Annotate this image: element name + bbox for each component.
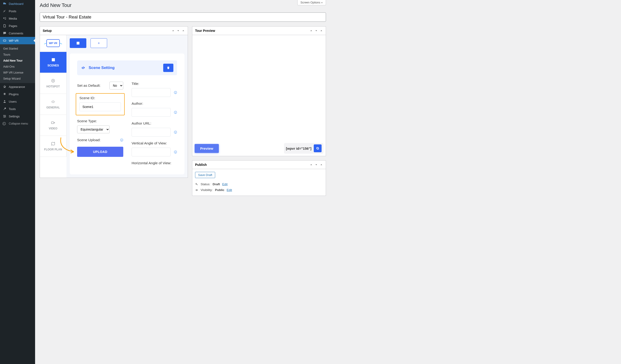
sidebar-label: Dashboard — [9, 2, 24, 5]
submenu-tours[interactable]: Tours — [0, 52, 35, 58]
pin-icon — [2, 9, 7, 13]
sidebar-item-users[interactable]: Users — [0, 98, 35, 105]
map-icon — [51, 141, 55, 146]
svg-point-6 — [3, 115, 4, 116]
image-icon — [76, 41, 80, 45]
gear-icon — [51, 99, 55, 104]
tab-hotspot[interactable]: HOTSPOT — [40, 73, 67, 94]
key-icon — [195, 183, 198, 186]
submenu-addons[interactable]: Add-Ons — [0, 64, 35, 70]
tab-label: VIDEO — [49, 127, 57, 130]
info-icon[interactable] — [174, 111, 177, 114]
set-default-select[interactable]: No — [109, 82, 123, 89]
panel-up-icon[interactable] — [310, 163, 313, 166]
scene-id-input[interactable] — [79, 102, 121, 111]
tab-scenes[interactable]: SCENES — [40, 52, 67, 73]
submenu-add-new-tour[interactable]: Add New Tour — [0, 58, 35, 64]
panel-down-icon[interactable] — [315, 163, 318, 166]
panel-up-icon[interactable] — [310, 29, 313, 32]
submenu-get-started[interactable]: Get Started — [0, 46, 35, 52]
sidebar-label: Plugins — [9, 93, 19, 96]
sidebar-item-plugins[interactable]: Plugins — [0, 90, 35, 98]
sidebar-label: Users — [9, 100, 17, 103]
panel-toggle-icon[interactable] — [320, 29, 323, 32]
panel-down-icon[interactable] — [177, 29, 180, 32]
tab-label: FLOOR PLAN — [44, 148, 62, 151]
appearance-icon — [2, 85, 7, 89]
panel-up-icon[interactable] — [172, 29, 175, 32]
sidebar-label: Media — [9, 17, 17, 20]
settings-icon — [2, 115, 7, 118]
dashboard-icon — [2, 2, 7, 5]
sidebar-item-dashboard[interactable]: Dashboard — [0, 0, 35, 7]
vangle-label: Vertical Angle of View: — [132, 141, 177, 145]
save-draft-button[interactable]: Save Draft — [195, 172, 215, 178]
info-icon[interactable] — [120, 138, 123, 142]
sidebar-item-comments[interactable]: Comments — [0, 30, 35, 37]
hangle-label: Horizontal Angle of View: — [132, 161, 177, 165]
sidebar-item-tools[interactable]: Tools — [0, 105, 35, 113]
sidebar-item-appearance[interactable]: Appearance — [0, 83, 35, 90]
sidebar-item-media[interactable]: Media — [0, 15, 35, 22]
author-input[interactable] — [132, 108, 171, 117]
trash-icon — [166, 66, 170, 70]
sidebar-item-posts[interactable]: Posts — [0, 7, 35, 15]
tab-video[interactable]: VIDEO — [40, 115, 67, 136]
author-url-input[interactable] — [132, 128, 171, 136]
wpvr-logo: WP VR — [46, 39, 60, 47]
media-icon — [2, 17, 7, 20]
panel-down-icon[interactable] — [315, 29, 318, 32]
tab-label: SCENES — [48, 64, 59, 67]
scene-setting-title: Scene Setting — [89, 66, 115, 70]
gear-icon — [81, 66, 86, 70]
sidebar-label: Posts — [9, 9, 17, 13]
svg-rect-19 — [316, 147, 318, 149]
title-input[interactable] — [132, 88, 171, 97]
scene-type-label: Scene Type: — [77, 119, 123, 123]
upload-button[interactable]: UPLOAD — [77, 147, 123, 157]
tour-title-input[interactable] — [40, 13, 326, 22]
preview-canvas — [195, 37, 323, 141]
svg-point-8 — [4, 117, 5, 117]
sidebar-item-pages[interactable]: Pages — [0, 22, 35, 30]
page-icon — [2, 24, 7, 28]
screen-options-button[interactable]: Screen Options — [297, 0, 326, 5]
preview-postbox: Tour Preview Preview [wpvr id="156"] — [192, 26, 326, 156]
tab-general[interactable]: GENERAL — [40, 94, 67, 115]
sidebar-label: WP VR — [9, 39, 18, 42]
svg-point-0 — [3, 17, 4, 19]
tab-floorplan[interactable]: FLOOR PLAN — [40, 136, 67, 157]
info-icon[interactable] — [174, 91, 177, 94]
target-icon — [51, 78, 55, 83]
preview-box-title: Tour Preview — [195, 29, 215, 33]
comment-icon — [2, 31, 7, 35]
scene-type-select[interactable]: Equirectangular — [77, 126, 110, 133]
edit-visibility-link[interactable]: Edit — [227, 188, 232, 192]
sidebar-item-wpvr[interactable]: WP VR — [0, 37, 35, 44]
copy-shortcode-button[interactable] — [314, 144, 322, 152]
visibility-value: Public — [215, 188, 224, 192]
submenu-license[interactable]: WP VR License — [0, 70, 35, 76]
publish-box-title: Publish — [195, 163, 207, 166]
submenu-wizard[interactable]: Setup Wizard — [0, 76, 35, 82]
delete-scene-button[interactable] — [163, 64, 173, 72]
eye-icon — [195, 188, 198, 192]
svg-point-7 — [5, 116, 6, 116]
image-icon — [51, 57, 56, 62]
svg-rect-12 — [52, 122, 54, 124]
panel-toggle-icon[interactable] — [182, 29, 185, 32]
status-row: Status: Draft Edit — [195, 181, 323, 187]
preview-button[interactable]: Preview — [195, 144, 219, 153]
info-icon[interactable] — [174, 150, 177, 154]
collapse-menu[interactable]: Collapse menu — [0, 120, 35, 127]
shortcode-display: [wpvr id="156"] — [284, 143, 323, 154]
edit-status-link[interactable]: Edit — [222, 182, 228, 186]
sidebar-item-settings[interactable]: Settings — [0, 113, 35, 120]
add-scene-button[interactable] — [90, 38, 107, 48]
collapse-label: Collapse menu — [9, 122, 28, 125]
scene-upload-label: Scene Upload: — [77, 138, 117, 142]
vangle-input[interactable] — [132, 148, 171, 156]
info-icon[interactable] — [174, 131, 177, 134]
scene-thumb-button[interactable] — [70, 38, 86, 48]
panel-toggle-icon[interactable] — [320, 163, 323, 166]
